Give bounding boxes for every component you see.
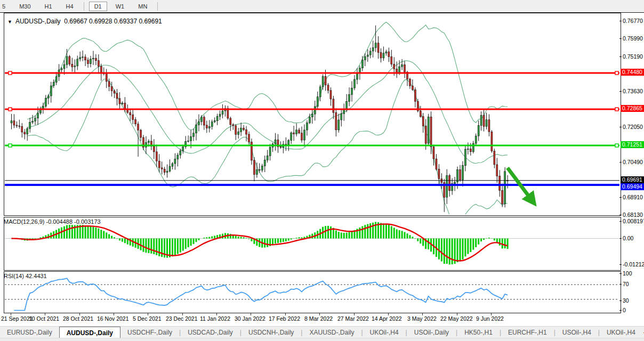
time-axis-label: 27 Mar 2022 [337, 315, 369, 322]
timeframe-button-d1[interactable]: D1 [89, 2, 107, 11]
time-axis-label: 30 Jan 2022 [235, 315, 265, 322]
chart-title: ▼AUDUSD-,Daily 0.69667 0.69928 0.69337 0… [7, 18, 162, 25]
rsi-axis-label: 100 [623, 270, 644, 277]
chart-tab-usdcad-daily[interactable]: USDCAD-,Daily [181, 327, 240, 338]
time-axis-label: 16 Nov 2021 [97, 315, 129, 322]
rsi-axis-tick [619, 273, 622, 274]
price-axis-tick [619, 91, 622, 92]
hline-handle[interactable] [9, 71, 12, 75]
macd-axis-label: 0.008197 [623, 218, 644, 224]
hline-handle[interactable] [615, 108, 618, 111]
price-axis-label: 0.68130 [623, 212, 644, 218]
time-axis-label: 14 Apr 2022 [372, 315, 402, 322]
price-axis-tick [619, 21, 622, 21]
price-axis-tick [619, 56, 622, 57]
hline-handle[interactable] [615, 144, 618, 147]
time-axis-label: 3 May 2022 [407, 315, 437, 322]
price-axis-label: 0.73630 [623, 88, 644, 94]
time-axis-label: 23 Dec 2021 [166, 315, 198, 322]
time-axis-label: 11 Jan 2022 [200, 315, 230, 322]
rsi-axis-label: 70 [623, 281, 644, 287]
time-axis-label: 21 Sep 2021 [1, 315, 33, 322]
chart-dropdown-icon[interactable]: ▼ [7, 19, 12, 25]
price-badge-0.69494[interactable]: 0.69494 [621, 183, 644, 190]
toolbar-separator [157, 2, 158, 11]
rsi-axis-tick [619, 284, 622, 285]
chart-tab-eurchf-h1[interactable]: EURCHF-,H1 [501, 327, 554, 338]
price-badge-0.71251[interactable]: 0.71251 [621, 141, 644, 148]
bollinger-lower-band [27, 79, 508, 214]
price-axis-tick [619, 215, 622, 215]
bollinger-middle-band [27, 61, 508, 164]
chart-tab-ukoil-h4[interactable]: UKOil-,H4 [600, 327, 642, 338]
price-axis-tick [619, 162, 622, 163]
chart-tab-usdcnh-daily[interactable]: USDCNH-,Daily [241, 327, 301, 338]
trend-arrow-annotation[interactable] [508, 168, 530, 198]
rsi-value: 42.4431 [26, 273, 47, 279]
price-axis-label: 0.72050 [623, 124, 644, 130]
rsi-label: RSI(14) 42.4431 [4, 273, 47, 279]
hline-handle[interactable] [9, 144, 12, 147]
price-axis-label: 0.75990 [623, 35, 644, 42]
price-axis-label: 0.70490 [623, 159, 644, 165]
macd-panel[interactable] [4, 217, 621, 271]
macd-label: MACD(12,26,9) -0.004488 -0.003173 [4, 218, 101, 225]
price-axis-tick [619, 197, 622, 198]
price-badge-0.69691: 0.69691 [621, 176, 644, 183]
time-axis-label: 28 Oct 2021 [63, 315, 93, 322]
bollinger-upper-band [27, 22, 508, 131]
rsi-axis-tick [619, 301, 622, 301]
price-badge-0.72865[interactable]: 0.72865 [621, 105, 644, 112]
timeframe-button-5[interactable]: 5 [0, 2, 11, 11]
macd-axis-tick [619, 221, 622, 222]
price-axis-tick [619, 38, 622, 39]
macd-axis-label: 0.00 [623, 235, 644, 241]
price-chart-canvas [4, 13, 619, 214]
chart-tab-xauusd-daily[interactable]: XAUUSD-,Daily [302, 327, 361, 338]
price-axis-label: 0.68910 [623, 194, 644, 200]
chart-symbol-label: AUDUSD-,Daily [15, 18, 61, 25]
rsi-canvas [4, 272, 619, 312]
timeframe-toolbar: 5M30H1H4D1W1MN [0, 0, 644, 12]
chart-quote-ohlc: 0.69667 0.69928 0.69337 0.69691 [64, 18, 162, 25]
macd-values: -0.004488 -0.003173 [46, 218, 100, 225]
rsi-axis-label: 30 [623, 297, 644, 304]
macd-canvas [4, 217, 619, 269]
time-axis-label: 9 Jun 2022 [476, 315, 504, 322]
rsi-line [14, 278, 508, 310]
price-axis-label: 0.75190 [623, 53, 644, 60]
macd-axis-tick [619, 264, 622, 265]
price-axis-label: 0.76770 [623, 18, 644, 24]
mt4-terminal: { "toolbar": { "items": [ {"label":"5","… [0, 0, 644, 341]
timeframe-button-w1[interactable]: W1 [110, 2, 130, 11]
rsi-axis-label: 0 [623, 307, 644, 313]
hline-handle[interactable] [615, 71, 618, 75]
timeframe-button-h1[interactable]: H1 [39, 2, 58, 11]
price-chart-panel[interactable] [4, 13, 621, 216]
rsi-axis-tick [619, 310, 622, 311]
price-axis-tick [619, 127, 622, 127]
chart-tab-usdchf-daily[interactable]: USDCHF-,Daily [120, 327, 179, 338]
time-axis: 21 Sep 202110 Oct 202128 Oct 202116 Nov … [0, 313, 644, 326]
chart-tab-usoil-daily[interactable]: USOil-,Daily [407, 327, 456, 338]
timeframe-button-m30[interactable]: M30 [14, 2, 36, 11]
rsi-panel[interactable] [4, 271, 621, 313]
price-badge-0.74480[interactable]: 0.74480 [621, 69, 644, 76]
macd-axis-tick [619, 238, 622, 239]
timeframe-button-h4[interactable]: H4 [61, 2, 79, 11]
chart-tab-bar: EURUSD-,DailyAUDUSD-,DailyUSDCHF-,Daily|… [0, 326, 644, 338]
chart-tab-audusd-daily[interactable]: AUDUSD-,Daily [59, 327, 120, 338]
chart-tab-ukoil-h4[interactable]: UKOil-,H4 [363, 327, 406, 338]
chart-tab-usoil-h4[interactable]: USOil-,H4 [556, 327, 598, 338]
chart-tab-eurusd-daily[interactable]: EURUSD-,Daily [0, 327, 59, 338]
macd-axis-label: -0.012123 [623, 261, 644, 267]
hline-handle[interactable] [9, 108, 12, 111]
status-bar [0, 338, 644, 341]
time-axis-label: 8 Mar 2022 [304, 315, 333, 322]
timeframe-button-mn[interactable]: MN [133, 2, 152, 11]
macd-histogram [12, 222, 508, 265]
time-axis-label: 10 Oct 2021 [29, 315, 59, 322]
time-axis-label: 22 May 2022 [440, 315, 473, 322]
chart-tab-hk50-h1[interactable]: HK50-,H1 [457, 327, 500, 338]
time-axis-label: 5 Dec 2021 [133, 315, 162, 322]
